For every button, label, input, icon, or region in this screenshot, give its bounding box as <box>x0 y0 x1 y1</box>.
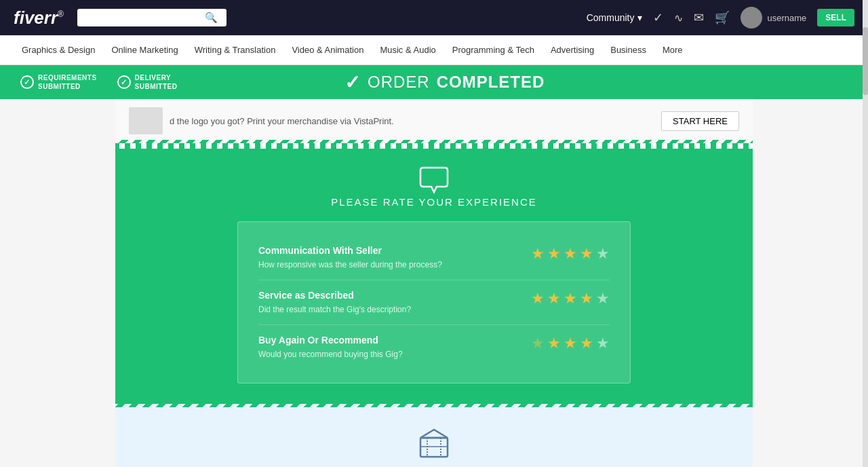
completed-word: COMPLETED <box>437 73 545 92</box>
user-area[interactable]: username <box>741 7 807 29</box>
star-2[interactable]: ★ <box>547 245 561 263</box>
star-3[interactable]: ★ <box>564 290 577 307</box>
nav-video-animation[interactable]: Video & Animation <box>283 35 372 65</box>
step-delivery-check-icon: ✓ <box>117 75 131 89</box>
step-delivery: ✓ DELIVERY SUBMITTED <box>117 73 178 91</box>
nav-online-marketing[interactable]: Online Marketing <box>103 35 186 65</box>
order-completed-title: ✓ ORDER COMPLETED <box>344 71 545 94</box>
order-banner: ✓ REQUIREMENTS SUBMITTED ✓ DELIVERY SUBM… <box>0 65 868 99</box>
chevron-down-icon: ▾ <box>637 12 642 23</box>
star-4[interactable]: ★ <box>580 335 593 352</box>
star-5[interactable]: ★ <box>596 290 610 307</box>
communication-title: Communication With Seller <box>258 245 442 256</box>
nav-graphics-design[interactable]: Graphics & Design <box>14 35 103 65</box>
service-stars[interactable]: ★ ★ ★ ★ ★ <box>531 290 610 307</box>
service-desc: Did the result match the Gig's descripti… <box>258 305 411 314</box>
star-1[interactable]: ★ <box>531 290 545 307</box>
vistaprint-banner: d the logo you got? Print your merchandi… <box>115 99 753 143</box>
communication-stars[interactable]: ★ ★ ★ ★ ★ <box>531 245 610 263</box>
vistaprint-thumbnail <box>129 107 163 134</box>
recommend-title: Buy Again Or Recommend <box>258 335 403 345</box>
recommend-stars[interactable]: ★ ★ ★ ★ ★ <box>531 335 610 352</box>
scrollbar-thumb[interactable] <box>863 27 868 95</box>
star-1[interactable]: ★ <box>531 335 545 352</box>
star-3[interactable]: ★ <box>564 245 577 263</box>
delivery-text: DELIVERY SUBMITTED <box>135 74 178 90</box>
order-completed-section: ORDER COMPLETED! This order is complete.… <box>115 404 753 467</box>
scrollbar-track[interactable] <box>863 0 868 467</box>
avatar <box>741 7 762 29</box>
star-4[interactable]: ★ <box>580 245 593 263</box>
recommend-label: Buy Again Or Recommend Would you recomme… <box>258 335 403 360</box>
step-check-icon: ✓ <box>20 75 34 89</box>
star-5[interactable]: ★ <box>596 245 610 263</box>
nav-more[interactable]: More <box>654 35 691 65</box>
star-3[interactable]: ★ <box>564 335 577 352</box>
step-delivery-label: DELIVERY SUBMITTED <box>135 73 178 91</box>
vistaprint-text: d the logo you got? Print your merchandi… <box>170 116 394 126</box>
community-button[interactable]: Community ▾ <box>587 12 642 23</box>
star-2[interactable]: ★ <box>547 290 561 307</box>
rating-section: PLEASE RATE YOUR EXPERIENCE Communicatio… <box>115 143 753 404</box>
chat-icon <box>418 164 450 196</box>
nav-music-audio[interactable]: Music & Audio <box>372 35 443 65</box>
checkmark-icon[interactable]: ✓ <box>653 10 663 25</box>
communication-desc: How responsive was the seller during the… <box>258 260 442 269</box>
cart-icon[interactable]: 🛒 <box>715 10 730 25</box>
rating-header: PLEASE RATE YOUR EXPERIENCE <box>129 164 739 208</box>
become-seller-button[interactable]: SELL <box>817 9 854 26</box>
package-icon <box>417 424 451 458</box>
order-steps: ✓ REQUIREMENTS SUBMITTED ✓ DELIVERY SUBM… <box>20 73 177 91</box>
box-icon <box>129 424 739 458</box>
rating-row-service: Service as Described Did the result matc… <box>258 280 610 325</box>
username-text: username <box>768 13 807 23</box>
top-nav-right: Community ▾ ✓ ∿ ✉ 🛒 username SELL <box>587 7 854 29</box>
mail-icon[interactable]: ✉ <box>694 10 704 25</box>
star-2[interactable]: ★ <box>547 335 561 352</box>
fiverr-logo[interactable]: fiverr® <box>14 7 64 29</box>
nav-writing-translation[interactable]: Writing & Translation <box>186 35 284 65</box>
requirements-text: REQUIREMENTS SUBMITTED <box>38 74 97 90</box>
rating-card: Communication With Seller How responsive… <box>237 221 631 384</box>
nav-business[interactable]: Business <box>602 35 654 65</box>
start-here-button[interactable]: START HERE <box>661 111 739 131</box>
community-label: Community <box>587 12 635 23</box>
nav-advertising[interactable]: Advertising <box>542 35 602 65</box>
secondary-navigation: Graphics & Design Online Marketing Writi… <box>0 35 868 65</box>
top-navigation: fiverr® 🔍 Community ▾ ✓ ∿ ✉ 🛒 username S… <box>0 0 868 35</box>
analytics-icon[interactable]: ∿ <box>674 12 683 24</box>
service-title: Service as Described <box>258 290 411 301</box>
star-1[interactable]: ★ <box>531 245 545 263</box>
step-requirements-label: REQUIREMENTS SUBMITTED <box>38 73 97 91</box>
rating-row-communication: Communication With Seller How responsive… <box>258 236 610 280</box>
svg-rect-0 <box>420 438 448 457</box>
nav-programming-tech[interactable]: Programming & Tech <box>444 35 542 65</box>
search-input[interactable] <box>83 13 205 23</box>
main-content: d the logo you got? Print your merchandi… <box>115 99 753 467</box>
recommend-desc: Would you recommend buying this Gig? <box>258 350 403 359</box>
service-label: Service as Described Did the result matc… <box>258 290 411 315</box>
search-bar: 🔍 <box>77 9 226 26</box>
star-5[interactable]: ★ <box>596 335 610 352</box>
rate-experience-text: PLEASE RATE YOUR EXPERIENCE <box>331 196 537 208</box>
star-4[interactable]: ★ <box>580 290 593 307</box>
step-requirements: ✓ REQUIREMENTS SUBMITTED <box>20 73 97 91</box>
order-word: ORDER <box>368 73 430 92</box>
rating-row-recommend: Buy Again Or Recommend Would you recomme… <box>258 325 610 369</box>
search-button[interactable]: 🔍 <box>205 12 218 24</box>
communication-label: Communication With Seller How responsive… <box>258 245 442 270</box>
